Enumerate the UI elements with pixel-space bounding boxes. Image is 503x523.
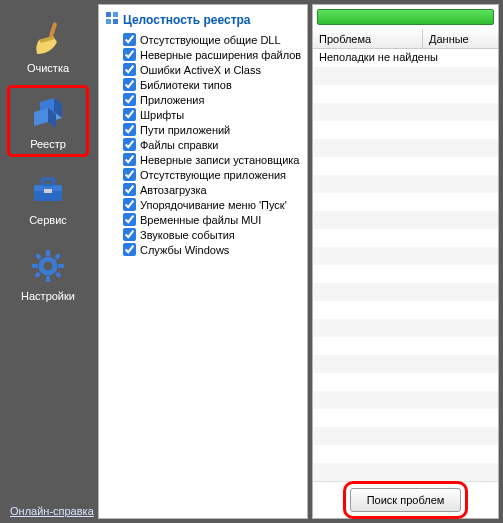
checklist-panel: Целостность реестра Отсутствующие общие … <box>98 4 308 519</box>
check-item-label: Упорядочивание меню 'Пуск' <box>140 199 287 211</box>
svg-rect-13 <box>32 264 38 268</box>
check-item-checkbox[interactable] <box>123 138 136 151</box>
svg-rect-8 <box>42 179 54 185</box>
check-item[interactable]: Звуковые события <box>123 227 303 242</box>
check-item-checkbox[interactable] <box>123 108 136 121</box>
results-panel: Проблема Данные Неполадки не найдены Пои… <box>312 4 499 519</box>
check-item[interactable]: Библиотеки типов <box>123 77 303 92</box>
sidebar-item-label: Очистка <box>10 62 86 74</box>
check-item-label: Отсутствующие общие DLL <box>140 34 281 46</box>
check-item-label: Приложения <box>140 94 204 106</box>
check-item[interactable]: Отсутствующие общие DLL <box>123 32 303 47</box>
check-item-label: Неверные записи установщика <box>140 154 299 166</box>
checklist: Отсутствующие общие DLLНеверные расширен… <box>123 32 303 257</box>
sidebar-item-settings[interactable]: Настройки <box>10 240 86 306</box>
check-item-label: Автозагрузка <box>140 184 207 196</box>
svg-rect-20 <box>113 12 118 17</box>
svg-point-10 <box>41 259 55 273</box>
check-item[interactable]: Неверные записи установщика <box>123 152 303 167</box>
check-item[interactable]: Отсутствующие приложения <box>123 167 303 182</box>
svg-rect-15 <box>35 253 41 259</box>
check-item-checkbox[interactable] <box>123 78 136 91</box>
check-item-checkbox[interactable] <box>123 168 136 181</box>
sidebar-item-tools[interactable]: Сервис <box>10 164 86 230</box>
check-item-checkbox[interactable] <box>123 33 136 46</box>
checklist-title: Целостность реестра <box>123 13 251 27</box>
check-item-label: Библиотеки типов <box>140 79 232 91</box>
check-item[interactable]: Файлы справки <box>123 137 303 152</box>
registry-cube-icon <box>10 94 86 134</box>
check-item-checkbox[interactable] <box>123 93 136 106</box>
svg-rect-21 <box>106 19 111 24</box>
check-item[interactable]: Упорядочивание меню 'Пуск' <box>123 197 303 212</box>
column-data[interactable]: Данные <box>423 29 498 48</box>
check-item-label: Временные файлы MUI <box>140 214 261 226</box>
table-row: Неполадки не найдены <box>313 49 498 67</box>
svg-rect-11 <box>46 250 50 256</box>
results-header: Проблема Данные <box>313 29 498 49</box>
search-problems-button[interactable]: Поиск проблем <box>350 488 462 512</box>
check-item-checkbox[interactable] <box>123 153 136 166</box>
check-item-label: Звуковые события <box>140 229 235 241</box>
check-item[interactable]: Неверные расширения файлов <box>123 47 303 62</box>
sidebar-item-label: Реестр <box>10 138 86 150</box>
svg-rect-16 <box>55 272 61 278</box>
check-item-checkbox[interactable] <box>123 48 136 61</box>
sidebar-item-label: Настройки <box>10 290 86 302</box>
check-item-checkbox[interactable] <box>123 228 136 241</box>
check-item-checkbox[interactable] <box>123 243 136 256</box>
check-item[interactable]: Автозагрузка <box>123 182 303 197</box>
svg-rect-14 <box>58 264 64 268</box>
check-item-label: Неверные расширения файлов <box>140 49 301 61</box>
check-item-label: Службы Windows <box>140 244 229 256</box>
check-item-label: Отсутствующие приложения <box>140 169 286 181</box>
check-item-checkbox[interactable] <box>123 198 136 211</box>
check-item-label: Файлы справки <box>140 139 219 151</box>
svg-rect-17 <box>54 253 60 259</box>
check-item-label: Пути приложений <box>140 124 230 136</box>
results-body: Неполадки не найдены <box>313 49 498 481</box>
check-item-label: Шрифты <box>140 109 184 121</box>
check-item-checkbox[interactable] <box>123 63 136 76</box>
check-item-checkbox[interactable] <box>123 123 136 136</box>
check-item[interactable]: Ошибки ActiveX и Class <box>123 62 303 77</box>
check-item[interactable]: Пути приложений <box>123 122 303 137</box>
progress-bar <box>317 9 494 25</box>
sidebar-item-cleanup[interactable]: Очистка <box>10 12 86 78</box>
svg-rect-19 <box>106 12 111 17</box>
broom-icon <box>10 18 86 58</box>
svg-rect-22 <box>113 19 118 24</box>
check-item[interactable]: Службы Windows <box>123 242 303 257</box>
svg-rect-18 <box>34 272 40 278</box>
button-row: Поиск проблем <box>313 481 498 518</box>
result-problem-cell: Неполадки не найдены <box>319 51 438 63</box>
check-item[interactable]: Приложения <box>123 92 303 107</box>
registry-small-icon <box>105 11 119 28</box>
checklist-title-row: Целостность реестра <box>105 11 303 28</box>
check-item-label: Ошибки ActiveX и Class <box>140 64 261 76</box>
check-item[interactable]: Временные файлы MUI <box>123 212 303 227</box>
sidebar-item-registry[interactable]: Реестр <box>10 88 86 154</box>
sidebar-item-label: Сервис <box>10 214 86 226</box>
toolbox-icon <box>10 170 86 210</box>
svg-marker-4 <box>34 108 48 126</box>
main-area: Целостность реестра Отсутствующие общие … <box>96 0 503 523</box>
gear-icon <box>10 246 86 286</box>
svg-rect-9 <box>44 189 52 193</box>
help-link[interactable]: Онлайн-справка <box>10 505 94 517</box>
check-item[interactable]: Шрифты <box>123 107 303 122</box>
check-item-checkbox[interactable] <box>123 183 136 196</box>
column-problem[interactable]: Проблема <box>313 29 423 48</box>
svg-rect-12 <box>46 276 50 282</box>
sidebar: Очистка Реестр Сервис <box>0 0 96 523</box>
svg-rect-0 <box>49 22 58 38</box>
check-item-checkbox[interactable] <box>123 213 136 226</box>
